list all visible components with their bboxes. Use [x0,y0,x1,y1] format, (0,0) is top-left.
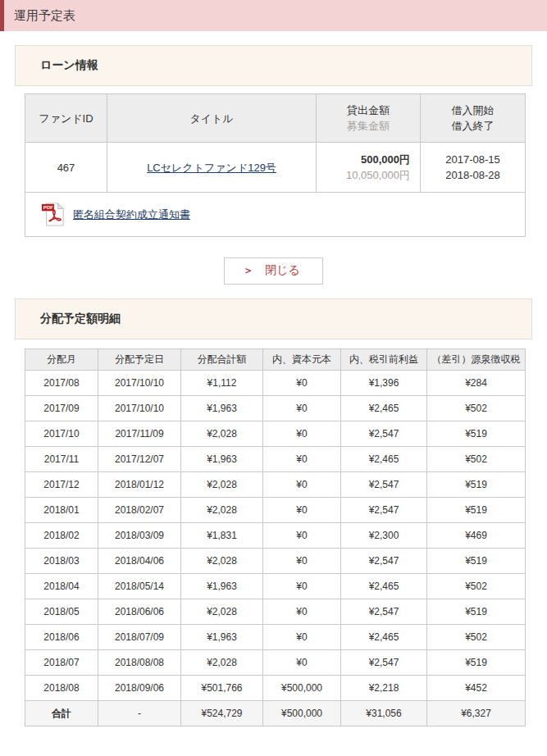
distribution-row: 2018/082018/09/06¥501,766¥500,000¥2,218¥… [25,676,526,701]
distribution-table: 分配月 分配予定日 分配合計額 内、資本元本 内、税引前利益 （差引）源泉徴収税… [25,348,526,726]
loan-info-table: ファンドID タイトル 貸出金額 募集金額 借入開始 借入終了 467 LCセレ… [25,93,526,237]
distribution-row: 2018/032018/04/06¥2,028¥0¥2,547¥519 [25,549,526,574]
distribution-cell: ¥1,963 [181,396,263,421]
distribution-cell: ¥2,028 [181,549,263,574]
chevron-right-icon: ＞ [243,264,253,276]
loan-info-heading: ローン情報 [40,58,98,71]
distribution-cell: ¥2,028 [181,421,263,447]
distribution-cell: ¥2,547 [341,549,427,574]
distribution-section-header: 分配予定額明細 [15,298,532,339]
loan-info-section-header: ローン情報 [15,45,532,86]
distribution-cell: 2018/05 [25,599,98,625]
header-borrow-start: 借入開始 [452,104,495,116]
distribution-cell: ¥0 [263,396,341,421]
header-title: タイトル [107,94,317,143]
distribution-cell: ¥0 [263,447,341,472]
distribution-cell: 2017/08 [25,371,98,396]
distribution-total-row: 合計 - ¥524,729 ¥500,000 ¥31,056 ¥6,327 [25,701,526,726]
close-button[interactable]: ＞閉じる [224,257,323,285]
distribution-row: 2018/052018/06/06¥2,028¥0¥2,547¥519 [25,599,526,625]
distribution-row: 2017/112017/12/07¥1,963¥0¥2,465¥502 [25,447,526,472]
distribution-cell: ¥0 [263,472,341,498]
distribution-cell: 2018/02 [25,523,98,549]
pdf-file-icon[interactable]: PDF [42,202,65,227]
fund-title-link[interactable]: LCセレクトファンド129号 [147,162,276,174]
loan-table-pdf-row: PDF 匿名組合契約成立通知書 [25,193,526,237]
distribution-cell: 2018/03/09 [98,523,181,549]
distribution-row: 2018/022018/03/09¥1,831¥0¥2,300¥469 [25,523,526,549]
distribution-cell: 2018/07/09 [98,625,181,650]
distribution-cell: 2018/06 [25,625,98,650]
page-title: 運用予定表 [14,8,75,24]
distribution-row: 2018/072018/08/08¥2,028¥0¥2,547¥519 [25,650,526,676]
distribution-cell: ¥452 [427,676,526,701]
distribution-cell: ¥2,547 [341,472,427,498]
distribution-row: 2018/062018/07/09¥1,963¥0¥2,465¥502 [25,625,526,650]
distribution-cell: 2017/12/07 [98,447,181,472]
distribution-cell: ¥500,000 [263,676,341,701]
header-principal: 内、資本元本 [263,349,341,371]
distribution-cell: 2017/12 [25,472,98,498]
distribution-cell: ¥0 [263,371,341,396]
distribution-cell: ¥519 [427,472,526,498]
close-button-label: 閉じる [265,263,300,276]
header-dist-total: 分配合計額 [181,349,263,371]
distribution-cell: ¥2,547 [341,599,427,625]
total-withholding-tax: ¥6,327 [427,701,526,726]
distribution-cell: ¥1,396 [341,371,427,396]
distribution-cell: ¥502 [427,447,526,472]
distribution-cell: ¥2,028 [181,498,263,523]
distribution-cell: ¥2,028 [181,472,263,498]
header-fund-id: ファンドID [25,94,107,143]
distribution-cell: ¥519 [427,421,526,447]
distribution-cell: ¥0 [263,650,341,676]
distribution-cell: 2018/04 [25,574,98,599]
distribution-cell: ¥0 [263,625,341,650]
distribution-cell: ¥502 [427,625,526,650]
header-dist-month: 分配月 [25,349,98,371]
distribution-cell: 2017/11 [25,447,98,472]
distribution-row: 2018/012018/02/07¥2,028¥0¥2,547¥519 [25,498,526,523]
distribution-cell: ¥2,300 [341,523,427,549]
header-amounts: 貸出金額 募集金額 [317,94,421,143]
header-raised-amount: 募集金額 [347,120,390,132]
pdf-icon-label: PDF [43,205,53,210]
contract-notice-pdf-link[interactable]: 匿名組合契約成立通知書 [73,207,190,222]
distribution-row: 2017/082017/10/10¥1,112¥0¥1,396¥284 [25,371,526,396]
distribution-cell: ¥502 [427,574,526,599]
distribution-cell: 2018/05/14 [98,574,181,599]
distribution-cell: 2018/06/06 [98,599,181,625]
distribution-cell: ¥519 [427,498,526,523]
distribution-cell: ¥2,218 [341,676,427,701]
distribution-cell: 2018/07 [25,650,98,676]
distribution-header-row: 分配月 分配予定日 分配合計額 内、資本元本 内、税引前利益 （差引）源泉徴収税 [25,349,526,371]
page-title-bar: 運用予定表 [0,0,547,31]
distribution-row: 2018/042018/05/14¥1,963¥0¥2,465¥502 [25,574,526,599]
distribution-cell: ¥0 [263,421,341,447]
distribution-cell: 2018/01 [25,498,98,523]
distribution-cell: 2017/10/10 [98,396,181,421]
distribution-cell: ¥1,963 [181,447,263,472]
distribution-cell: 2018/01/12 [98,472,181,498]
header-dist-date: 分配予定日 [98,349,181,371]
distribution-cell: ¥1,831 [181,523,263,549]
total-dist-amount: ¥524,729 [181,701,263,726]
distribution-cell: ¥502 [427,396,526,421]
distribution-cell: ¥519 [427,650,526,676]
distribution-cell: ¥284 [427,371,526,396]
amounts-cell: 500,000円 10,050,000円 [317,143,421,193]
distribution-cell: ¥2,547 [341,650,427,676]
distribution-cell: 2017/11/09 [98,421,181,447]
distribution-cell: ¥1,112 [181,371,263,396]
distribution-cell: ¥0 [263,498,341,523]
header-period: 借入開始 借入終了 [421,94,526,143]
header-loan-amount: 貸出金額 [347,104,390,116]
loan-amount-value: 500,000円 [361,153,410,166]
total-label: 合計 [25,701,98,726]
distribution-cell: ¥2,465 [341,625,427,650]
distribution-cell: 2018/09/06 [98,676,181,701]
distribution-cell: ¥2,028 [181,650,263,676]
distribution-cell: ¥0 [263,599,341,625]
distribution-cell: ¥519 [427,549,526,574]
distribution-cell: ¥0 [263,549,341,574]
